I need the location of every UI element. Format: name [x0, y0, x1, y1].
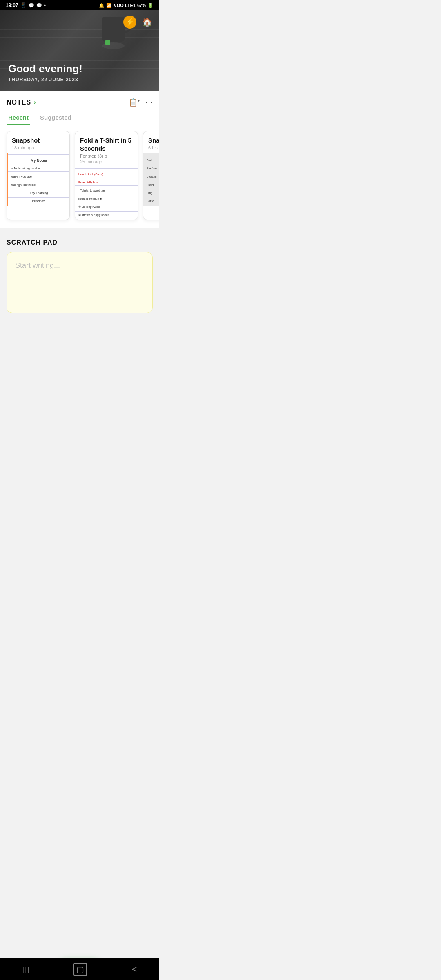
messenger-icon: 💬	[29, 3, 34, 8]
alarm-icon: 🔔	[99, 3, 105, 8]
hero-banner: ⚡ 🏠 Good evening! THURSDAY, 22 JUNE 2023	[0, 10, 159, 91]
status-bar: 19:07 📱 💬 💬 • 🔔 📶 VOO LTE1 67% 🔋	[0, 0, 159, 10]
notes-title: NOTES	[7, 99, 31, 106]
scratch-header: SCRATCH PAD ⋯	[7, 238, 153, 247]
note-subtitle-2: For step (3) b	[80, 154, 133, 158]
battery-icon: 🔋	[148, 3, 154, 8]
note-card-header: Snapshot 18 min ago	[7, 131, 69, 153]
notes-arrow-icon: ›	[33, 99, 36, 106]
tab-recent[interactable]: Recent	[7, 111, 30, 125]
notes-header: NOTES › 📋+ ⋯	[0, 98, 159, 111]
note-preview: My Notes ~ Note-taking can be easy if yo…	[7, 153, 69, 206]
hero-date: THURSDAY, 22 JUNE 2023	[8, 77, 151, 82]
notes-title-area[interactable]: NOTES ›	[7, 99, 36, 106]
note-time-3: 6 hr a...	[148, 145, 159, 150]
signal-label: VOO LTE1	[114, 3, 136, 8]
status-left: 19:07 📱 💬 💬 •	[6, 2, 46, 8]
messenger2-icon: 💬	[36, 3, 42, 8]
note-title-2: Fold a T-Shirt in 5 Seconds	[80, 136, 133, 152]
note-card-snapshot[interactable]: Snapshot 18 min ago My Notes ~ Note-taki…	[7, 131, 70, 220]
note-preview-3: Burt: See Wett... (Adatin) › › Burt Hing…	[143, 153, 159, 206]
sim-icon: 📱	[20, 2, 27, 8]
scratch-pad-section: SCRATCH PAD ⋯ Start writing...	[0, 232, 159, 320]
note-title-3: Snap	[148, 136, 159, 145]
note-card-header-3: Snap 6 hr a...	[143, 131, 159, 153]
scratch-placeholder: Start writing...	[15, 261, 60, 270]
mug-tag	[105, 40, 110, 45]
note-time-2: 25 min ago	[80, 159, 133, 164]
note-time: 18 min ago	[12, 145, 65, 150]
tab-suggested[interactable]: Suggested	[38, 111, 73, 125]
battery-label: 67%	[137, 3, 146, 8]
wifi-icon: 📶	[106, 3, 112, 8]
note-paper: My Notes ~ Note-taking can be easy if yo…	[7, 153, 69, 206]
bolt-icon[interactable]: ⚡	[123, 16, 136, 29]
dot-icon: •	[44, 2, 46, 8]
scratch-more-button[interactable]: ⋯	[145, 238, 153, 247]
note-card-tshirt[interactable]: Fold a T-Shirt in 5 Seconds For step (3)…	[75, 131, 138, 220]
home-icon[interactable]: 🏠	[140, 16, 154, 29]
scratch-title: SCRATCH PAD	[7, 239, 58, 246]
greeting-text: Good evening!	[8, 62, 151, 75]
nav-spacer	[0, 320, 159, 369]
note-title: Snapshot	[12, 136, 65, 145]
status-time: 19:07	[6, 2, 18, 8]
status-right: 🔔 📶 VOO LTE1 67% 🔋	[99, 3, 154, 8]
note-paper-3: Burt: See Wett... (Adatin) › › Burt Hing…	[143, 153, 159, 206]
notes-scroll-area[interactable]: Snapshot 18 min ago My Notes ~ Note-taki…	[0, 131, 159, 228]
notes-actions: 📋+ ⋯	[129, 98, 153, 107]
note-card-header-2: Fold a T-Shirt in 5 Seconds For step (3)…	[75, 131, 138, 167]
mug-body	[102, 17, 125, 42]
notes-section: NOTES › 📋+ ⋯ Recent Suggested Snapshot 1…	[0, 91, 159, 228]
note-card-snap[interactable]: Snap 6 hr a... Burt: See Wett... (Adatin…	[143, 131, 159, 220]
scratch-pad-area[interactable]: Start writing...	[7, 252, 153, 313]
note-preview-2: How to fold. (Great) Essentially how - T…	[75, 167, 138, 220]
add-note-button[interactable]: 📋+	[129, 98, 140, 107]
note-paper-2: How to fold. (Great) Essentially how - T…	[75, 167, 138, 220]
notes-more-button[interactable]: ⋯	[145, 98, 153, 107]
hero-icons: ⚡ 🏠	[123, 16, 154, 29]
notes-tabs: Recent Suggested	[0, 111, 159, 125]
